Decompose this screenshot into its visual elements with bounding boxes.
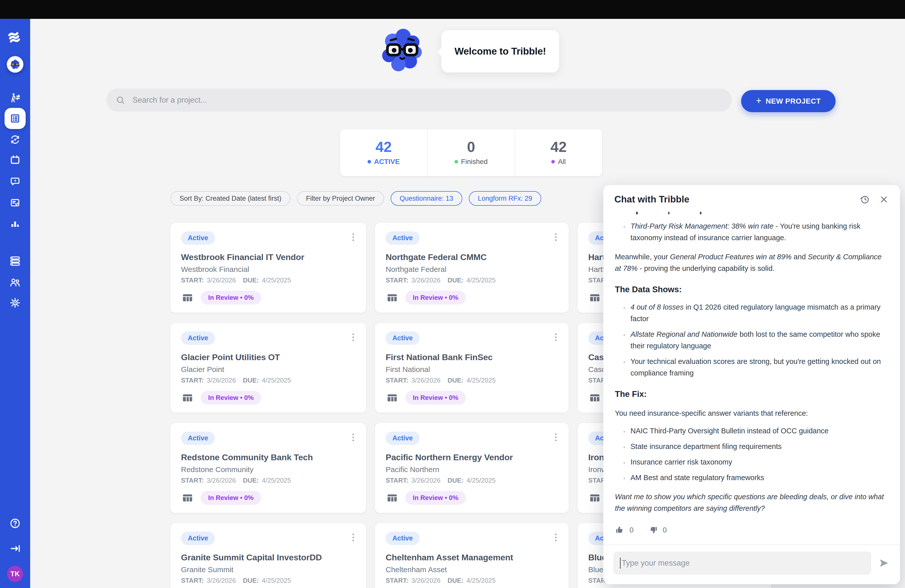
- project-title: Redstone Community Bank Tech: [181, 453, 356, 462]
- finished-dot: [454, 160, 458, 164]
- thumbs-down-icon[interactable]: [648, 525, 658, 535]
- progress-badge: In Review • 0%: [405, 491, 466, 505]
- project-card[interactable]: Active Glacier Point Utilities OT Glacie…: [170, 323, 366, 413]
- kebab-menu-icon[interactable]: [554, 432, 558, 443]
- search-input[interactable]: [132, 95, 723, 105]
- due-date: 4/25/2025: [262, 577, 291, 585]
- chat-history-icon[interactable]: [860, 194, 870, 205]
- sidebar-item-settings[interactable]: [9, 297, 21, 309]
- table-view-icon[interactable]: [181, 292, 194, 303]
- project-title: Glacier Point Utilities OT: [181, 352, 356, 362]
- status-badge: Active: [386, 231, 419, 245]
- project-search[interactable]: [106, 89, 732, 112]
- project-card[interactable]: Active Northgate Federal CMMC Northgate …: [375, 223, 568, 313]
- user-avatar[interactable]: TK: [7, 566, 23, 582]
- sidebar-item-sync[interactable]: [9, 133, 21, 146]
- progress-badge: In Review • 0%: [405, 391, 466, 405]
- project-client: Northgate Federal: [386, 265, 558, 273]
- kebab-menu-icon[interactable]: [554, 532, 558, 543]
- kebab-menu-icon[interactable]: [351, 432, 356, 443]
- fix-heading: The Fix:: [615, 388, 888, 400]
- due-date: 4/25/2025: [262, 377, 291, 384]
- due-date: 4/25/2025: [467, 577, 496, 585]
- project-card[interactable]: Active Redstone Community Bank Tech Reds…: [170, 423, 366, 513]
- project-client: Glacier Point: [181, 365, 356, 374]
- table-view-icon[interactable]: [588, 493, 601, 504]
- due-date: 4/25/2025: [467, 477, 496, 485]
- stat-all[interactable]: 42 All: [514, 129, 602, 176]
- due-label: DUE:: [243, 277, 259, 284]
- status-badge: Active: [181, 332, 215, 345]
- thumbs-down-count: 0: [663, 524, 667, 536]
- sidebar-item-chat-assist[interactable]: [9, 176, 21, 187]
- kebab-menu-icon[interactable]: [351, 332, 356, 343]
- tribble-logo-icon[interactable]: [7, 29, 23, 45]
- table-view-icon[interactable]: [386, 493, 399, 504]
- chat-bullet: Insurance carrier risk taxonomy: [629, 456, 888, 468]
- sidebar-item-handoff[interactable]: [9, 92, 21, 104]
- questionnaire-chip[interactable]: Questionnaire: 13: [391, 191, 462, 206]
- start-label: START:: [386, 577, 408, 585]
- chat-message-input[interactable]: Type your message: [613, 551, 871, 575]
- start-label: START:: [181, 577, 204, 585]
- progress-badge: In Review • 0%: [405, 291, 466, 305]
- longform-rfx-chip[interactable]: Longform RFx: 29: [469, 191, 541, 206]
- chat-panel: Chat with Tribble Third-Party Risk Manag…: [603, 185, 900, 584]
- status-badge: Active: [386, 332, 419, 345]
- sort-by-chip[interactable]: Sort By: Created Date (latest first): [170, 191, 291, 206]
- due-label: DUE:: [243, 477, 259, 485]
- sidebar-item-analytics[interactable]: [9, 218, 21, 230]
- project-card[interactable]: Active Westbrook Financial IT Vendor Wes…: [170, 223, 366, 313]
- table-view-icon[interactable]: [588, 292, 601, 303]
- fix-bullet-list: NAIC Third-Party Oversight Bulletin inst…: [615, 425, 888, 483]
- project-card[interactable]: Active First National Bank FinSec First …: [375, 323, 568, 413]
- chat-close-icon[interactable]: [879, 194, 889, 205]
- send-icon[interactable]: [878, 557, 890, 569]
- sidebar-item-data-sources[interactable]: [9, 255, 21, 267]
- stat-finished-value: 0: [467, 140, 475, 154]
- start-date: 3/26/2026: [411, 277, 441, 284]
- kebab-menu-icon[interactable]: [351, 231, 356, 243]
- sidebar-item-calendar[interactable]: [9, 154, 21, 166]
- all-dot: [551, 160, 555, 164]
- project-card[interactable]: Active Granite Summit Capital InvestorDD…: [170, 523, 366, 588]
- table-view-icon[interactable]: [588, 393, 601, 404]
- new-project-button[interactable]: + NEW PROJECT: [741, 90, 836, 112]
- start-date: 3/26/2026: [207, 377, 236, 384]
- closing-question: Want me to show you which specific quest…: [615, 491, 888, 514]
- stat-active[interactable]: 42 ACTIVE: [340, 129, 427, 176]
- start-label: START:: [181, 477, 204, 485]
- project-client: Westbrook Financial: [181, 265, 356, 273]
- sidebar-item-team[interactable]: [9, 277, 21, 288]
- project-card[interactable]: Active Cheltenham Asset Management Chelt…: [375, 523, 568, 588]
- meanwhile-paragraph: Meanwhile, your General Product Features…: [615, 251, 888, 274]
- status-badge: Active: [386, 432, 419, 445]
- project-title: First National Bank FinSec: [386, 352, 558, 362]
- project-card[interactable]: Active Pacific Northern Energy Vendor Pa…: [375, 423, 568, 513]
- table-view-icon[interactable]: [386, 393, 399, 404]
- kebab-menu-icon[interactable]: [554, 231, 558, 243]
- kebab-menu-icon[interactable]: [351, 532, 356, 543]
- chat-bullet: Your technical evaluation scores are str…: [629, 356, 888, 379]
- tribble-mascot-illustration: [378, 26, 427, 75]
- sidebar-item-projects-active[interactable]: [5, 108, 25, 129]
- thumbs-up-count: 0: [629, 524, 634, 536]
- help-icon[interactable]: [9, 517, 21, 529]
- sidebar-item-review-checklist[interactable]: [9, 197, 21, 208]
- filter-owner-chip[interactable]: Filter by Project Owner: [297, 191, 384, 206]
- table-view-icon[interactable]: [181, 393, 194, 404]
- sign-out-icon[interactable]: [9, 542, 21, 555]
- chat-message-area[interactable]: Third-Party Risk Management: 38% win rat…: [603, 209, 900, 545]
- chat-input-placeholder: Type your message: [622, 559, 690, 567]
- chat-bullet: Allstate Regional and Nationwide both lo…: [629, 329, 888, 351]
- due-date: 4/25/2025: [467, 377, 496, 384]
- status-badge: Active: [386, 532, 419, 545]
- kebab-menu-icon[interactable]: [554, 332, 558, 343]
- table-view-icon[interactable]: [181, 493, 194, 504]
- tribble-assistant-avatar[interactable]: [7, 56, 23, 73]
- due-label: DUE:: [243, 377, 259, 384]
- stat-finished[interactable]: 0 Finished: [427, 129, 514, 176]
- table-view-icon[interactable]: [386, 292, 399, 303]
- thumbs-up-icon[interactable]: [615, 525, 625, 535]
- start-label: START:: [181, 277, 204, 284]
